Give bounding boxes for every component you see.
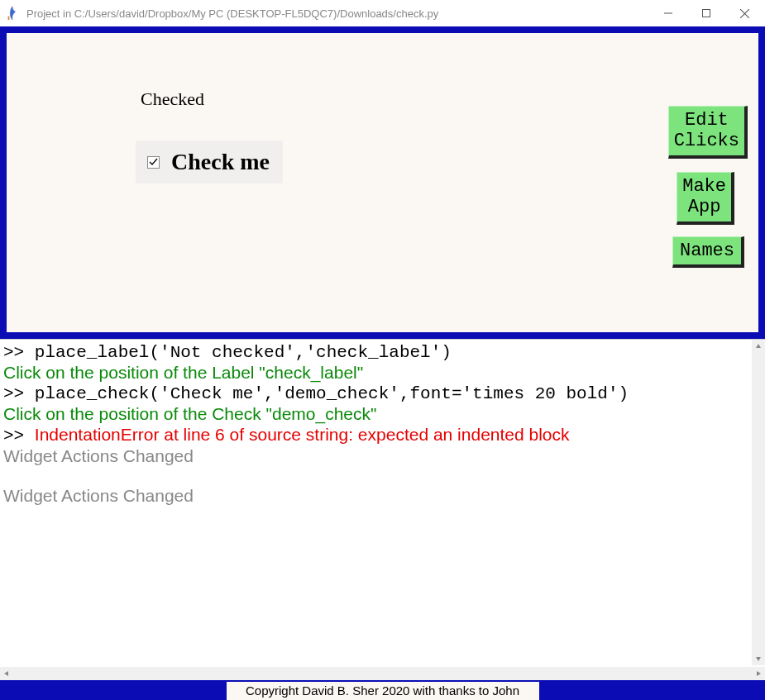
check-label: Checked (141, 88, 204, 110)
console-line (3, 466, 748, 486)
window-title: Project in C:/Users/david/Dropbox/My PC … (26, 7, 649, 20)
svg-rect-2 (703, 10, 710, 17)
scroll-left-icon[interactable] (0, 667, 13, 680)
scroll-up-icon[interactable] (752, 340, 765, 353)
window-controls (649, 0, 763, 26)
copyright-label: Copyright David B. Sher 2020 with thanks… (227, 682, 539, 700)
make-app-button[interactable]: Make App (677, 172, 734, 225)
console-line: Widget Actions Changed (3, 446, 748, 466)
footer-bar: Copyright David B. Sher 2020 with thanks… (0, 680, 765, 700)
checkbox-icon[interactable] (147, 156, 160, 169)
app-icon (5, 6, 20, 21)
console-area: >> place_label('Not checked','check_labe… (0, 339, 765, 680)
scroll-down-icon[interactable] (752, 652, 765, 665)
names-button[interactable]: Names (672, 236, 744, 268)
console-line: Click on the position of the Check "demo… (3, 404, 748, 424)
svg-marker-5 (756, 344, 761, 348)
titlebar: Project in C:/Users/david/Dropbox/My PC … (0, 0, 765, 26)
console-line: Click on the position of the Label "chec… (3, 363, 748, 383)
check-widget[interactable]: Check me (136, 140, 283, 183)
client-area: Checked Check me Edit Clicks Make App Na… (0, 26, 765, 700)
svg-rect-0 (8, 17, 10, 21)
console-line: >> IndentationError at line 6 of source … (3, 425, 748, 446)
canvas-frame: Checked Check me Edit Clicks Make App Na… (0, 26, 765, 339)
svg-marker-7 (4, 671, 8, 676)
edit-clicks-button[interactable]: Edit Clicks (668, 106, 748, 159)
scroll-right-icon[interactable] (752, 667, 765, 680)
svg-marker-8 (757, 671, 761, 676)
vertical-scrollbar[interactable] (752, 340, 765, 665)
console-line: Widget Actions Changed (3, 486, 748, 506)
maximize-button[interactable] (687, 0, 725, 26)
console-line: >> place_check('Check me','demo_check',f… (3, 383, 748, 404)
horizontal-scrollbar[interactable] (0, 667, 765, 680)
svg-marker-6 (756, 657, 761, 661)
console-output[interactable]: >> place_label('Not checked','check_labe… (0, 340, 752, 665)
console-line: >> place_label('Not checked','check_labe… (3, 341, 748, 363)
close-button[interactable] (725, 0, 763, 26)
check-text: Check me (171, 149, 270, 175)
minimize-button[interactable] (649, 0, 687, 26)
design-canvas[interactable]: Checked Check me Edit Clicks Make App Na… (7, 33, 758, 332)
